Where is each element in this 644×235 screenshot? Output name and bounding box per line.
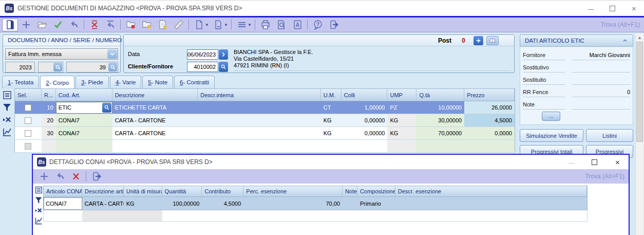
column-header-colli[interactable]: Colli	[342, 89, 388, 101]
partner-code-input[interactable]: 4010002	[187, 62, 218, 72]
number-field[interactable]: 39	[66, 62, 118, 73]
column-header-unita-misura[interactable]: Unità di misura	[124, 186, 162, 196]
search-icon[interactable]	[53, 63, 62, 71]
date-input[interactable]: 06/06/2023	[187, 49, 218, 60]
close-button[interactable]: ×	[631, 6, 637, 11]
table-row-selected[interactable]: 10 ETIC ETICHETTE CARTA CT 1,00000 PZ 10…	[14, 101, 515, 114]
panel-header[interactable]: DATI ARTICOLO ETIC	[520, 34, 633, 47]
dialog-exit-button[interactable]	[88, 170, 104, 183]
undo-arrow-icon	[69, 20, 79, 30]
print-button[interactable]	[257, 19, 273, 31]
row-checkbox[interactable]	[25, 104, 31, 111]
new-document-button[interactable]	[2, 19, 18, 31]
maximize-button[interactable]	[610, 6, 615, 11]
column-header-r[interactable]: R...	[42, 89, 56, 101]
tab-corpo[interactable]: 2 - Corpo	[40, 76, 74, 88]
column-header-descrizione-articolo[interactable]: Descrizione articolo	[82, 186, 124, 196]
scrollbar-thumb[interactable]	[636, 42, 643, 142]
chevron-down-icon[interactable]: ▼	[248, 23, 253, 27]
chart-icon[interactable]	[2, 127, 12, 137]
document-type-select[interactable]: Fattura Imm. emessa	[5, 48, 118, 60]
partner-search-button[interactable]	[219, 62, 228, 72]
partner-label: Cliente/Fornitore	[128, 63, 173, 69]
dialog-search-input[interactable]	[542, 173, 624, 180]
note-more-button[interactable]: ...	[542, 112, 560, 121]
tab-note[interactable]: 5 - Note	[142, 76, 173, 88]
simulazione-vendite-button[interactable]: Simulazione Vendite	[520, 129, 583, 142]
column-header-descr-interna[interactable]: Descr.interna	[198, 89, 320, 101]
exit-button[interactable]	[326, 19, 342, 31]
listini-button[interactable]: Listini	[586, 129, 633, 142]
collapse-chevron-up-icon[interactable]	[622, 38, 628, 44]
column-header-contributo[interactable]: Contributo	[202, 186, 243, 196]
column-header-ump[interactable]: UMP	[387, 89, 416, 101]
archive-yellow-button[interactable]	[139, 19, 155, 31]
grid-list-icon[interactable]	[2, 90, 12, 100]
column-header-descrizione[interactable]: Descrizione	[112, 89, 198, 101]
tab-contratti[interactable]: 6 - Contratti	[174, 76, 215, 88]
filter-funnel-icon[interactable]	[2, 102, 12, 113]
column-header-sel[interactable]: Sel.	[15, 89, 42, 101]
column-header-note[interactable]: Note	[343, 186, 357, 196]
help-button[interactable]	[310, 19, 326, 31]
cod-art-editcell[interactable]: ETIC	[56, 102, 112, 114]
clear-filter-icon[interactable]	[34, 206, 43, 215]
archive-red-button[interactable]	[123, 19, 139, 31]
vertical-scrollbar[interactable]: ▲	[635, 33, 643, 235]
column-header-qta[interactable]: Q.tà	[416, 89, 464, 101]
dialog-add-button[interactable]	[36, 170, 52, 183]
scroll-up-arrow-icon[interactable]: ▲	[636, 33, 643, 41]
table-row-selected[interactable]: CONAI7 CARTA - CARTONE KG 100,00000 4,50…	[43, 197, 588, 210]
column-header-composizione[interactable]: Composizione	[357, 186, 395, 196]
column-header-descr-esenzione[interactable]: Descr. esenzione	[395, 186, 587, 196]
tab-varie[interactable]: 4- Varie	[110, 76, 141, 88]
dialog-maximize-button[interactable]	[592, 159, 597, 165]
restore-row-button[interactable]	[102, 19, 118, 31]
export-pdf-button[interactable]	[289, 19, 305, 31]
minimize-button[interactable]	[588, 7, 594, 10]
post-add-button[interactable]: +	[473, 36, 483, 45]
post-book-button[interactable]	[486, 36, 499, 45]
dialog-delete-button[interactable]	[68, 170, 84, 183]
chevron-down-icon[interactable]	[107, 49, 117, 59]
chart-icon[interactable]	[34, 216, 43, 225]
delete-row-button[interactable]	[86, 19, 102, 31]
column-header-quantita[interactable]: Quantità	[162, 186, 202, 196]
search-icon[interactable]	[108, 63, 117, 71]
chevron-down-icon[interactable]: ▼	[224, 23, 229, 27]
window-titlebar: Bs GESTIONE DOCUMENTI DI MAGAZZINO <PROV…	[0, 1, 644, 16]
tab-piede[interactable]: 3 - Piede	[75, 76, 109, 88]
column-header-um[interactable]: U.M.	[321, 89, 342, 101]
tab-testata[interactable]: 1 - Testata	[2, 76, 39, 88]
add-button[interactable]	[18, 19, 34, 31]
serie-field[interactable]	[38, 62, 63, 73]
document-notes-button[interactable]	[155, 19, 171, 31]
undo-button[interactable]	[66, 19, 82, 31]
partner-city: 47921 RIMINI (RN) (I)	[234, 62, 511, 69]
column-header-perc-esenzione[interactable]: Perc. esenzione	[243, 186, 343, 196]
column-header-cod-art[interactable]: Cod. Art.	[56, 89, 112, 101]
grid-list-icon[interactable]	[34, 186, 43, 194]
article-search-button[interactable]	[102, 103, 111, 113]
column-header-prezzo[interactable]: Prezzo	[464, 89, 515, 101]
row-checkbox[interactable]	[25, 117, 31, 124]
dialog-close-button[interactable]: ×	[615, 159, 620, 165]
table-row-empty[interactable]	[14, 140, 515, 153]
measure-button[interactable]	[171, 19, 186, 31]
filter-funnel-icon[interactable]	[34, 196, 43, 205]
print-preview-button[interactable]	[273, 19, 289, 31]
clear-filter-icon[interactable]	[2, 115, 12, 125]
table-row-empty[interactable]	[43, 210, 588, 222]
articolo-conai-cell[interactable]: CONAI7	[44, 197, 82, 210]
row-checkbox[interactable]	[25, 130, 31, 137]
dialog-undo-button[interactable]	[52, 170, 68, 183]
search-input[interactable]	[558, 21, 640, 28]
date-picker-button[interactable]	[219, 49, 228, 60]
column-header-articolo-conai[interactable]: Articolo CONAI	[44, 186, 82, 196]
table-row[interactable]: 30 CONAI7 CARTA - CARTONE KG 0,00000 KG …	[14, 127, 515, 140]
table-row[interactable]: 20 CONAI7 CARTA - CARTONE KG 0,00000 KG …	[14, 114, 515, 127]
chevron-down-icon[interactable]: ▼	[205, 23, 210, 27]
open-button[interactable]	[34, 19, 50, 31]
confirm-button[interactable]	[50, 19, 66, 31]
year-field[interactable]: 2023	[5, 62, 35, 73]
